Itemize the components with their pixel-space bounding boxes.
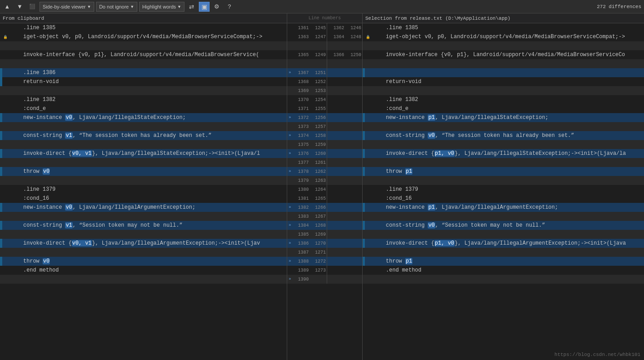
left-line: .line 1385 xyxy=(0,23,287,32)
gutter-separator xyxy=(327,122,327,131)
right-line: const-string v0, “The session token has … xyxy=(363,131,644,140)
right-line xyxy=(363,248,644,257)
left-arrow-icon: » xyxy=(287,151,293,156)
gutter-left-linenum2: 1255 xyxy=(310,106,326,111)
gutter-left-linenum2: 1247 xyxy=(310,35,326,40)
gutter-line: »13841268« xyxy=(287,221,362,230)
gutter-separator xyxy=(327,212,327,221)
gutter-left-linenum2: 1256 xyxy=(310,115,326,120)
right-line xyxy=(363,140,644,149)
highlight-word: p1 xyxy=(405,258,412,264)
ignore-chevron-icon: ▼ xyxy=(130,4,134,9)
gutter-separator xyxy=(327,50,327,59)
gutter-left-linenum: 1377 xyxy=(293,160,309,165)
left-line xyxy=(0,248,287,257)
left-line xyxy=(0,158,287,167)
right-line xyxy=(363,158,644,167)
gutter-separator xyxy=(327,275,327,284)
gutter-left-linenum2: 1270 xyxy=(310,241,326,246)
gutter-left-linenum2: 1273 xyxy=(310,268,326,273)
gutter-line: 13831267 xyxy=(287,212,362,221)
gutter-left-linenum2: 1258 xyxy=(310,133,326,138)
gutter-line: »13781262« xyxy=(287,167,362,176)
gutter-left-linenum2: 1271 xyxy=(310,250,326,255)
settings-button[interactable]: ⚙ xyxy=(211,2,222,12)
right-code-area[interactable]: .line 1385🔒 iget-object v0, p0, Landroid… xyxy=(363,23,644,360)
right-line: 🔒 iget-object v0, p0, Landroid/support/v… xyxy=(363,32,644,41)
left-line-content: throw v0 xyxy=(9,167,287,176)
right-code-scroll[interactable]: .line 1385🔒 iget-object v0, p0, Landroid… xyxy=(363,23,644,360)
gutter-left-linenum2: 1261 xyxy=(310,160,326,165)
help-button[interactable]: ? xyxy=(224,2,235,12)
gutter-left-linenum2: 1264 xyxy=(310,187,326,192)
right-line xyxy=(363,59,644,68)
left-line xyxy=(0,59,287,68)
left-line xyxy=(0,86,287,95)
gutter-separator xyxy=(327,140,327,149)
left-line: throw v0 xyxy=(0,257,287,266)
right-line xyxy=(363,176,644,185)
nav-up-button[interactable]: ▲ xyxy=(2,2,13,12)
gutter-left-linenum: 1363 xyxy=(293,35,309,40)
main-content: From clipboard .line 1385🔒 iget-object v… xyxy=(0,13,644,360)
left-arrow-icon: » xyxy=(287,70,293,75)
gutter-line: »13721256« xyxy=(287,113,362,122)
right-line-content: .line 1379 xyxy=(371,185,644,194)
gutter-separator xyxy=(327,77,327,86)
highlight-word: v0, v1 xyxy=(72,240,92,246)
gutter-separator xyxy=(327,149,327,158)
left-line: new-instance v0, Ljava/lang/IllegalArgum… xyxy=(0,203,287,212)
left-line xyxy=(0,122,287,131)
right-line: .end method xyxy=(363,266,644,275)
gutter-left-linenum2: 1253 xyxy=(310,88,326,93)
highlight-word: v0 xyxy=(43,258,50,264)
left-line xyxy=(0,212,287,221)
left-line: invoke-interface {v0, p1}, Landroid/supp… xyxy=(0,50,287,59)
gutter-separator xyxy=(327,248,327,257)
viewer-dropdown[interactable]: Side-by-side viewer ▼ xyxy=(39,2,94,12)
right-line: new-instance p1, Ljava/lang/IllegalState… xyxy=(363,113,644,122)
right-panel-header: Selection from release.txt (D:\MyApplica… xyxy=(363,13,644,23)
gutter-left-linenum: 1389 xyxy=(293,268,309,273)
right-line: .line 1385 xyxy=(363,23,644,32)
left-arrow-icon: » xyxy=(287,277,293,281)
left-code-area[interactable]: .line 1385🔒 iget-object v0, p0, Landroid… xyxy=(0,23,287,360)
left-line: :cond_e xyxy=(0,104,287,113)
gutter-separator xyxy=(327,266,327,275)
left-line-content: .line 1386 xyxy=(9,68,287,77)
nav-down-button[interactable]: ▼ xyxy=(14,2,25,12)
swap-button[interactable]: ⇄ xyxy=(186,2,197,12)
left-code-scroll[interactable]: .line 1385🔒 iget-object v0, p0, Landroid… xyxy=(0,23,287,360)
left-panel: From clipboard .line 1385🔒 iget-object v… xyxy=(0,13,287,360)
gutter-separator xyxy=(327,230,327,239)
gutter-separator xyxy=(327,167,327,176)
gutter-line xyxy=(287,41,362,50)
right-line-content: new-instance p1, Ljava/lang/IllegalArgum… xyxy=(371,203,644,212)
gutter-line: 13851269 xyxy=(287,230,362,239)
ignore-dropdown[interactable]: Do not ignore ▼ xyxy=(96,2,137,12)
gutter-left-linenum: 1390 xyxy=(293,277,309,282)
left-line: const-string v1, “Session token may not … xyxy=(0,221,287,230)
highlight-dropdown[interactable]: Highlight words ▼ xyxy=(139,2,184,12)
gutter-line: 13731257 xyxy=(287,122,362,131)
gutter-line: 13771261 xyxy=(287,158,362,167)
nav-first-button[interactable]: ⬛ xyxy=(27,2,38,12)
center-header: Line numbers xyxy=(287,13,362,23)
highlight-word: v0 xyxy=(65,114,72,121)
right-line-content: return-void xyxy=(371,77,644,86)
ignore-label: Do not ignore xyxy=(99,4,129,9)
right-line-content: :cond_e xyxy=(371,104,644,113)
highlight-word: v0 xyxy=(428,222,435,228)
gutter-line: 1363124713641248 xyxy=(287,32,362,41)
left-line: const-string v1, “The session token has … xyxy=(0,131,287,140)
gutter-separator xyxy=(327,41,327,50)
highlight-word: p1, v0 xyxy=(434,150,455,157)
gutter-left-linenum: 1384 xyxy=(293,223,309,228)
right-arrow-icon: « xyxy=(361,223,362,228)
left-line-content: .line 1379 xyxy=(9,185,287,194)
left-line-content: new-instance v0, Ljava/lang/IllegalState… xyxy=(9,113,287,122)
sync-button[interactable]: ▣ xyxy=(199,2,210,12)
gutter-line: 13801264 xyxy=(287,185,362,194)
right-line-content: :cond_16 xyxy=(371,194,644,203)
gutter-left-linenum: 1372 xyxy=(293,115,309,120)
